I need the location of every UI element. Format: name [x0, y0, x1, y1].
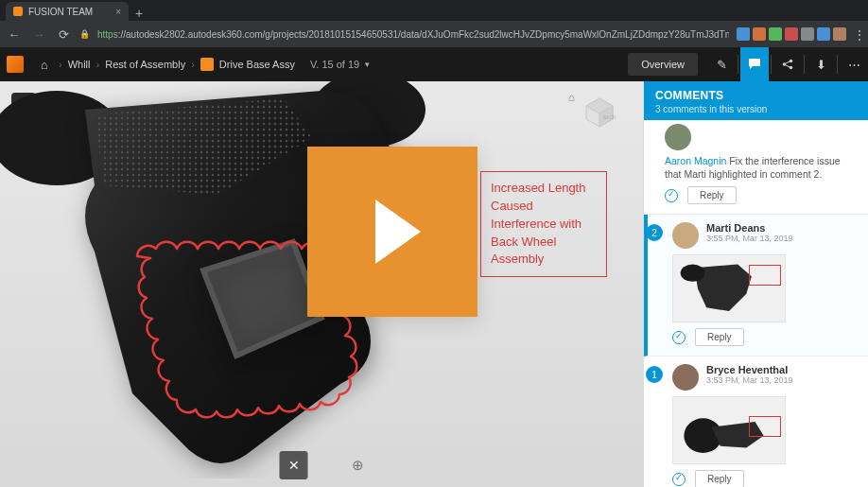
- reply-button[interactable]: Reply: [695, 328, 744, 346]
- avatar: [672, 222, 699, 249]
- comment-item[interactable]: 2 Marti Deans 3:55 PM, Mar 13, 2019 Repl…: [644, 215, 868, 357]
- markup-indicator: [749, 265, 781, 286]
- assembly-icon: [200, 58, 214, 71]
- reply-button[interactable]: Reply: [687, 186, 737, 204]
- extension-icon[interactable]: [737, 27, 750, 41]
- play-icon: [375, 200, 421, 264]
- extension-icon[interactable]: [785, 27, 798, 41]
- breadcrumb[interactable]: Drive Base Assy: [195, 58, 301, 71]
- browser-address-bar: ← → ⟳ 🔒 https://autodesk2802.autodesk360…: [0, 21, 868, 47]
- svg-point-1: [790, 60, 793, 63]
- home-icon[interactable]: ⌂: [30, 58, 59, 72]
- comments-header: COMMENTS 3 comments in this version: [644, 81, 868, 120]
- lock-icon: 🔒: [79, 29, 90, 39]
- resolve-icon[interactable]: [672, 331, 686, 344]
- close-markup-button[interactable]: ✕: [280, 451, 308, 479]
- comment-author: Marti Deans: [706, 222, 793, 234]
- version-selector[interactable]: V. 15 of 19 ▼: [310, 59, 371, 70]
- svg-text:BACK: BACK: [603, 114, 616, 120]
- avatar: [665, 124, 691, 150]
- browser-tab-strip: FUSION TEAM × +: [0, 0, 868, 21]
- overview-button[interactable]: Overview: [628, 53, 698, 76]
- svg-point-2: [790, 66, 793, 70]
- resolve-icon[interactable]: [665, 189, 678, 202]
- comments-panel: COMMENTS 3 comments in this version Aaro…: [643, 81, 868, 487]
- tab-close-icon[interactable]: ×: [115, 7, 121, 17]
- comment-timestamp: 3:53 PM, Mar 13, 2019: [706, 375, 793, 385]
- profile-avatar-icon[interactable]: [833, 27, 846, 41]
- comments-list[interactable]: Aaron Magnin Fix the interference issue …: [644, 120, 868, 487]
- viewcube[interactable]: BACK: [579, 89, 620, 130]
- extension-icon[interactable]: [753, 27, 766, 41]
- extension-icon[interactable]: [769, 27, 782, 41]
- breadcrumb[interactable]: Whill: [62, 59, 96, 70]
- viewcube-home-icon[interactable]: ⌂: [568, 91, 575, 104]
- more-icon[interactable]: ⋯: [840, 47, 868, 81]
- comments-icon[interactable]: [740, 47, 769, 81]
- comment-number-badge: 1: [646, 366, 663, 383]
- extension-icon[interactable]: [801, 27, 814, 41]
- comment-item[interactable]: Aaron Magnin Fix the interference issue …: [644, 124, 868, 215]
- reply-button[interactable]: Reply: [695, 470, 744, 487]
- tab-favicon: [13, 7, 23, 16]
- resolve-icon[interactable]: [672, 473, 686, 486]
- edit-icon[interactable]: ✎: [707, 47, 736, 81]
- annotation-callout[interactable]: Increased Length Caused Interference wit…: [480, 171, 607, 277]
- fusion-logo-icon[interactable]: [0, 47, 30, 81]
- svg-point-7: [681, 265, 705, 282]
- back-button[interactable]: ←: [6, 27, 23, 42]
- mention[interactable]: Aaron Magnin: [665, 155, 726, 166]
- breadcrumb[interactable]: Rest of Assembly: [99, 59, 191, 70]
- forward-button[interactable]: →: [30, 27, 47, 42]
- chevron-down-icon: ▼: [363, 61, 371, 69]
- extension-icon[interactable]: [817, 27, 830, 41]
- orbit-icon[interactable]: ⊕: [352, 457, 364, 474]
- url-field[interactable]: https://autodesk2802.autodesk360.com/g/p…: [97, 29, 729, 40]
- avatar: [672, 364, 699, 391]
- comment-item[interactable]: 1 Bryce Heventhal 3:53 PM, Mar 13, 2019 …: [644, 357, 868, 487]
- download-icon[interactable]: ⬇: [807, 47, 835, 81]
- extension-icons: ⋮: [737, 27, 862, 41]
- browser-tab[interactable]: FUSION TEAM ×: [6, 2, 129, 21]
- comment-author: Bryce Heventhal: [706, 364, 793, 375]
- tab-title: FUSION TEAM: [28, 7, 93, 17]
- comments-subtitle: 3 comments in this version: [655, 104, 857, 114]
- share-icon[interactable]: [773, 47, 802, 81]
- comments-title: COMMENTS: [655, 89, 857, 102]
- reload-button[interactable]: ⟳: [55, 27, 72, 42]
- comment-number-badge: 2: [646, 224, 663, 241]
- comment-thumbnail[interactable]: [672, 254, 786, 322]
- browser-menu-icon[interactable]: ⋮: [849, 27, 862, 41]
- comment-timestamp: 3:55 PM, Mar 13, 2019: [706, 234, 793, 243]
- markup-indicator: [749, 416, 781, 437]
- comment-thumbnail[interactable]: [672, 396, 786, 464]
- app-toolbar: ⌂ › Whill › Rest of Assembly › Drive Bas…: [0, 47, 868, 81]
- new-tab-button[interactable]: +: [129, 6, 149, 21]
- video-play-button[interactable]: [307, 147, 477, 317]
